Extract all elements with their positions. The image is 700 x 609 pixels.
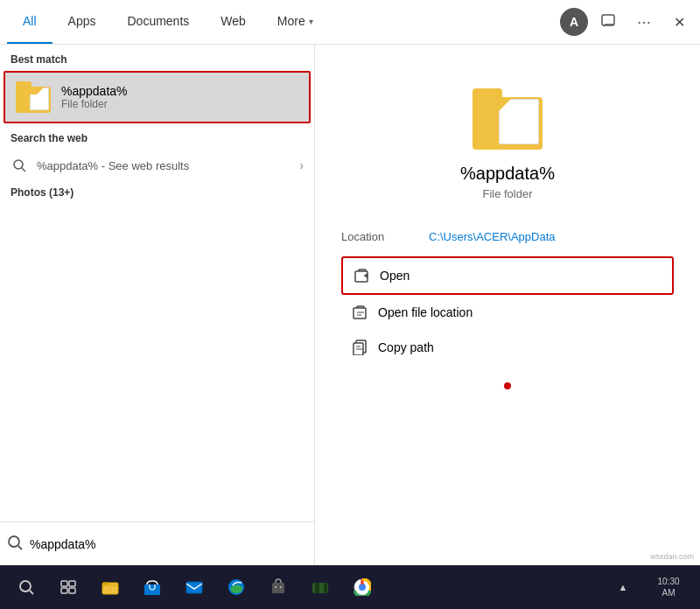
location-label: Location xyxy=(341,230,411,243)
svg-rect-25 xyxy=(319,583,324,593)
tab-web[interactable]: Web xyxy=(205,0,262,44)
best-match-text: %appdata% File folder xyxy=(61,84,128,110)
svg-rect-20 xyxy=(272,583,284,593)
taskbar-game-button[interactable] xyxy=(301,568,340,606)
taskbar-right: ▲ 10:30 AM xyxy=(604,568,693,606)
taskbar-shop-button[interactable] xyxy=(259,568,298,606)
svg-point-21 xyxy=(275,586,276,588)
tab-all[interactable]: All xyxy=(7,0,52,44)
taskbar-store-button[interactable] xyxy=(133,568,172,606)
item-title: %appdata% xyxy=(61,84,128,98)
svg-point-1 xyxy=(14,160,23,169)
svg-line-2 xyxy=(22,168,25,172)
close-button[interactable]: ✕ xyxy=(665,8,693,36)
location-value[interactable]: C:\Users\ACER\AppData xyxy=(429,230,556,243)
big-folder-icon xyxy=(472,88,542,150)
photos-label: Photos (13+) xyxy=(0,181,314,204)
nav-bar: All Apps Documents Web More ▾ A ⋯ xyxy=(0,0,700,45)
svg-rect-0 xyxy=(602,15,614,25)
tab-more[interactable]: More ▾ xyxy=(262,0,329,44)
left-spacer xyxy=(0,204,314,522)
preview-subtitle: File folder xyxy=(482,187,532,200)
nav-right: A ⋯ ✕ xyxy=(560,8,693,36)
taskbar-mail-button[interactable] xyxy=(175,568,214,606)
svg-rect-24 xyxy=(315,583,319,593)
file-preview: %appdata% File folder xyxy=(341,62,674,218)
taskbar-edge-button[interactable] xyxy=(217,568,256,606)
svg-line-10 xyxy=(30,591,33,594)
avatar[interactable]: A xyxy=(560,8,588,36)
search-window: All Apps Documents Web More ▾ A ⋯ xyxy=(0,0,700,609)
taskbar: ▲ 10:30 AM xyxy=(0,565,700,609)
watermark: wsxdan.com xyxy=(648,551,696,562)
taskbar-chrome-button[interactable] xyxy=(343,568,382,606)
svg-point-22 xyxy=(280,586,282,588)
red-dot xyxy=(504,382,511,389)
svg-rect-5 xyxy=(355,271,368,282)
svg-rect-26 xyxy=(324,583,327,593)
content-area: Best match %appdata% File folder Search … xyxy=(0,45,700,565)
chevron-down-icon: ▾ xyxy=(309,17,313,26)
search-input[interactable] xyxy=(30,537,307,551)
left-panel: Best match %appdata% File folder Search … xyxy=(0,45,315,565)
nav-tabs: All Apps Documents Web More ▾ xyxy=(7,0,560,44)
right-panel: %appdata% File folder Location C:\Users\… xyxy=(315,45,700,565)
preview-title: %appdata% xyxy=(460,164,555,184)
svg-rect-12 xyxy=(69,581,75,586)
search-web-item[interactable]: %appdata% - See web results › xyxy=(0,150,314,181)
taskbar-tray-button[interactable]: ▲ xyxy=(604,568,642,606)
search-box-container xyxy=(0,522,314,565)
open-button[interactable]: Open xyxy=(341,256,674,295)
svg-line-4 xyxy=(18,546,22,550)
copy-path-label: Copy path xyxy=(378,340,434,354)
svg-rect-11 xyxy=(61,581,67,586)
search-magnifier-icon xyxy=(7,535,23,554)
taskbar-task-view-button[interactable] xyxy=(49,568,88,606)
open-icon xyxy=(354,267,371,284)
copy-path-button[interactable]: Copy path xyxy=(341,330,674,365)
more-options-button[interactable]: ⋯ xyxy=(630,8,658,36)
tab-apps[interactable]: Apps xyxy=(52,0,112,44)
search-icon xyxy=(10,157,28,174)
web-result-text: %appdata% - See web results xyxy=(37,159,290,172)
svg-rect-14 xyxy=(69,588,75,593)
best-match-item[interactable]: %appdata% File folder xyxy=(4,71,311,123)
folder-icon xyxy=(16,81,51,113)
open-file-location-label: Open file location xyxy=(378,305,472,319)
taskbar-file-explorer-button[interactable] xyxy=(91,568,130,606)
taskbar-search-button[interactable] xyxy=(7,568,46,606)
svg-rect-13 xyxy=(61,588,67,593)
taskbar-clock[interactable]: 10:30 AM xyxy=(644,568,693,606)
svg-rect-6 xyxy=(354,308,366,318)
chat-icon-button[interactable] xyxy=(595,8,623,36)
tab-documents[interactable]: Documents xyxy=(111,0,205,44)
open-file-location-button[interactable]: Open file location xyxy=(341,295,674,330)
open-label: Open xyxy=(380,269,410,283)
detail-row-location: Location C:\Users\ACER\AppData xyxy=(341,218,674,256)
item-subtitle: File folder xyxy=(61,98,128,110)
copy-path-icon xyxy=(352,339,369,356)
best-match-label: Best match xyxy=(0,45,314,71)
svg-point-9 xyxy=(20,581,31,592)
svg-point-3 xyxy=(9,536,19,547)
search-web-label: Search the web xyxy=(0,123,314,150)
svg-point-28 xyxy=(359,584,366,591)
chevron-right-icon: › xyxy=(299,158,304,172)
open-file-location-icon xyxy=(352,304,369,321)
svg-rect-18 xyxy=(186,582,202,593)
